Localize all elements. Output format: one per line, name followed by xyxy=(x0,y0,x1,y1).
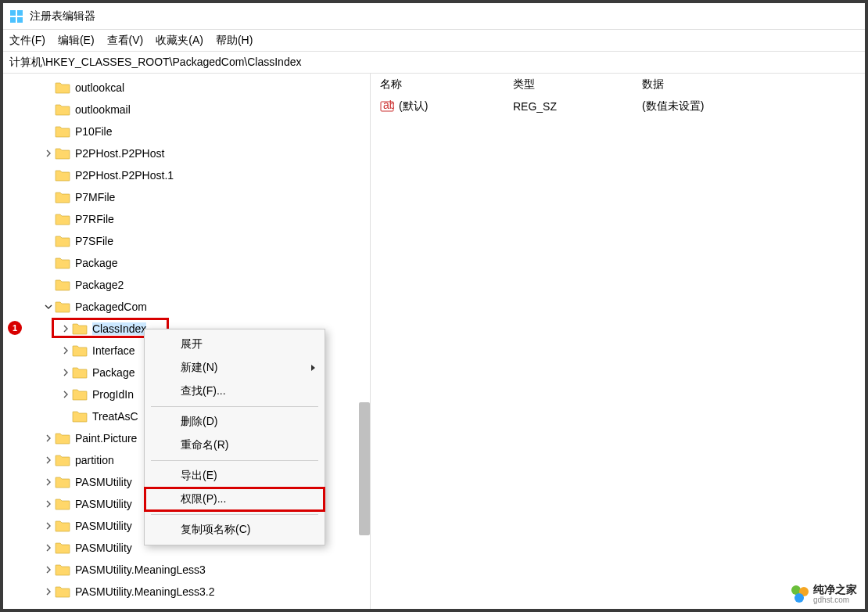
menu-favorites[interactable]: 收藏夹(A) xyxy=(156,34,203,48)
expander-closed-icon[interactable] xyxy=(59,347,72,355)
expander-closed-icon[interactable] xyxy=(59,325,72,333)
watermark-title: 纯净之家 xyxy=(813,584,857,596)
expander-closed-icon[interactable] xyxy=(42,478,55,486)
svg-rect-3 xyxy=(17,17,23,23)
expander-closed-icon[interactable] xyxy=(42,588,55,596)
tree-item-label: P7SFile xyxy=(75,235,113,247)
folder-icon xyxy=(55,476,70,488)
values-header: 名称 类型 数据 xyxy=(375,74,865,95)
folder-icon xyxy=(72,388,88,401)
watermark: 纯净之家 gdhst.com xyxy=(790,584,857,604)
tree-item-label: Package2 xyxy=(75,279,124,291)
tree-item-label: Interface xyxy=(92,344,135,357)
tree-item-p2phost-p2phost-1[interactable]: P2PHost.P2PHost.1 xyxy=(8,164,370,186)
folder-icon xyxy=(55,498,70,510)
tree-item-label: PASMUtility xyxy=(75,476,132,488)
col-type[interactable]: 类型 xyxy=(513,77,642,92)
address-bar[interactable]: 计算机\HKEY_CLASSES_ROOT\PackagedCom\ClassI… xyxy=(3,52,865,74)
tree-item-p2phost-p2phost[interactable]: P2PHost.P2PHost xyxy=(8,142,370,164)
tree-item-label: PASMUtility xyxy=(75,498,132,510)
expander-closed-icon[interactable] xyxy=(42,456,55,464)
tree-item-label: Package xyxy=(92,366,135,379)
tree-item-label: partition xyxy=(75,454,114,466)
folder-icon xyxy=(55,169,70,182)
expander-closed-icon[interactable] xyxy=(42,500,55,508)
tree-item-p7sfile[interactable]: P7SFile xyxy=(8,230,370,252)
folder-icon xyxy=(55,454,70,466)
string-value-icon: ab xyxy=(380,99,394,113)
folder-icon xyxy=(55,563,70,576)
folder-icon xyxy=(72,322,88,335)
col-data[interactable]: 数据 xyxy=(642,77,865,92)
tree-item-label: ClassIndex xyxy=(92,322,146,335)
ctx-rename[interactable]: 重命名(R) xyxy=(145,434,325,457)
ctx-expand[interactable]: 展开 xyxy=(145,333,325,356)
ctx-delete[interactable]: 删除(D) xyxy=(145,410,325,434)
tree-item-p10file[interactable]: P10File xyxy=(8,121,370,142)
svg-text:ab: ab xyxy=(383,99,394,111)
window-title: 注册表编辑器 xyxy=(30,9,95,23)
folder-icon xyxy=(55,125,70,138)
svg-rect-0 xyxy=(10,10,16,16)
folder-icon xyxy=(55,81,70,94)
tree-item-package2[interactable]: Package2 xyxy=(8,274,370,296)
tree-item-label: TreatAsC xyxy=(92,410,138,423)
tree-item-label: PASMUtility.MeaningLess3.2 xyxy=(75,585,214,598)
tree-item-label: PackagedCom xyxy=(75,301,147,313)
menu-edit[interactable]: 编辑(E) xyxy=(58,34,95,48)
tree-item-pasmutility-meaningless3[interactable]: PASMUtility.MeaningLess3 xyxy=(8,559,370,581)
ctx-separator xyxy=(151,460,318,461)
tree-item-p7rfile[interactable]: P7RFile xyxy=(8,208,370,230)
tree-item-label: P7MFile xyxy=(75,191,115,203)
expander-closed-icon[interactable] xyxy=(42,434,55,442)
expander-closed-icon[interactable] xyxy=(59,369,72,376)
folder-icon xyxy=(55,520,70,532)
tree-item-p7mfile[interactable]: P7MFile xyxy=(8,186,370,208)
tree-item-outlookcal[interactable]: outlookcal xyxy=(8,77,370,99)
tree-item-label: P7RFile xyxy=(75,213,114,225)
tree-item-pasmutility-meaningless3-2[interactable]: PASMUtility.MeaningLess3.2 xyxy=(8,581,370,603)
menu-file[interactable]: 文件(F) xyxy=(9,34,45,48)
annotation-badge-1: 1 xyxy=(8,321,22,335)
folder-icon xyxy=(55,542,70,554)
ctx-permissions[interactable]: 权限(P)... xyxy=(145,488,325,511)
expander-closed-icon[interactable] xyxy=(42,522,55,530)
context-menu: 展开 新建(N) 查找(F)... 删除(D) 重命名(R) 导出(E) 权限(… xyxy=(144,329,325,545)
tree-item-label: PASMUtility.MeaningLess3 xyxy=(75,563,206,576)
tree-item-label: outlookcal xyxy=(75,81,124,94)
folder-icon xyxy=(55,585,70,598)
folder-icon xyxy=(72,344,88,357)
folder-icon xyxy=(55,301,70,313)
ctx-separator xyxy=(151,514,318,515)
expander-closed-icon[interactable] xyxy=(59,391,72,398)
menu-help[interactable]: 帮助(H) xyxy=(216,34,253,48)
window-titlebar: 注册表编辑器 xyxy=(3,3,865,30)
folder-icon xyxy=(72,410,88,423)
folder-icon xyxy=(55,103,70,116)
expander-closed-icon[interactable] xyxy=(42,566,55,574)
tree-scrollbar-thumb[interactable] xyxy=(359,402,370,535)
tree-item-label: P2PHost.P2PHost xyxy=(75,147,164,160)
ctx-copy-key-name[interactable]: 复制项名称(C) xyxy=(145,518,325,542)
watermark-logo-icon xyxy=(790,584,810,604)
tree-item-label: outlookmail xyxy=(75,103,131,116)
menu-view[interactable]: 查看(V) xyxy=(107,34,144,48)
tree-item-label: PASMUtility xyxy=(75,520,132,532)
ctx-export[interactable]: 导出(E) xyxy=(145,464,325,488)
col-name[interactable]: 名称 xyxy=(380,77,513,92)
tree-item-packagedcom[interactable]: PackagedCom xyxy=(8,296,370,318)
tree-item-package[interactable]: Package xyxy=(8,252,370,274)
tree-item-label: P2PHost.P2PHost.1 xyxy=(75,169,174,182)
folder-icon xyxy=(55,213,70,225)
values-list[interactable]: ab (默认) REG_SZ (数值未设置) xyxy=(375,95,865,117)
list-item[interactable]: ab (默认) REG_SZ (数值未设置) xyxy=(380,95,865,117)
folder-icon xyxy=(55,257,70,269)
regedit-app-icon xyxy=(9,9,23,23)
ctx-separator xyxy=(151,406,318,407)
ctx-new[interactable]: 新建(N) xyxy=(145,356,325,380)
tree-item-outlookmail[interactable]: outlookmail xyxy=(8,99,370,121)
expander-open-icon[interactable] xyxy=(42,303,55,311)
expander-closed-icon[interactable] xyxy=(42,149,55,157)
ctx-find[interactable]: 查找(F)... xyxy=(145,380,325,403)
expander-closed-icon[interactable] xyxy=(42,544,55,552)
